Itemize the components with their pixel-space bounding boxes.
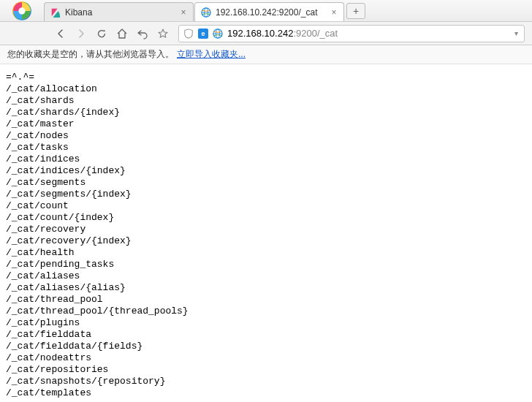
back-button[interactable] bbox=[51, 25, 70, 42]
address-path: :9200/_cat bbox=[293, 28, 338, 39]
undo-icon bbox=[137, 28, 148, 39]
close-icon[interactable]: × bbox=[178, 7, 189, 18]
app-icon-wrap bbox=[0, 0, 44, 21]
star-button[interactable] bbox=[153, 25, 172, 42]
ie-mode-icon: e bbox=[198, 29, 208, 39]
svg-point-1 bbox=[18, 7, 25, 14]
tab-kibana[interactable]: Kibana × bbox=[44, 2, 194, 21]
response-body: =^.^= /_cat/allocation /_cat/shards /_ca… bbox=[0, 64, 532, 402]
tab-title: 192.168.10.242:9200/_cat bbox=[216, 7, 324, 18]
address-bar[interactable]: e 192.168.10.242:9200/_cat ▾ bbox=[178, 25, 525, 42]
star-icon bbox=[157, 28, 169, 39]
chevron-right-icon bbox=[75, 28, 87, 39]
import-bookmarks-link[interactable]: 立即导入收藏夹... bbox=[177, 48, 246, 61]
undo-button[interactable] bbox=[133, 25, 152, 42]
address-dropdown-icon[interactable]: ▾ bbox=[513, 29, 520, 37]
site-favicon-icon bbox=[213, 29, 223, 39]
address-text: 192.168.10.242:9200/_cat bbox=[227, 28, 509, 39]
reload-icon bbox=[96, 28, 107, 39]
tab-title: Kibana bbox=[65, 7, 174, 18]
tab-cat-api[interactable]: 192.168.10.242:9200/_cat × bbox=[194, 2, 344, 21]
bookmarks-bar: 您的收藏夹是空的，请从其他浏览器导入。 立即导入收藏夹... bbox=[0, 45, 532, 64]
home-button[interactable] bbox=[113, 25, 132, 42]
globe-favicon-icon bbox=[201, 7, 211, 18]
kibana-favicon-icon bbox=[50, 7, 61, 18]
new-tab-button[interactable]: + bbox=[346, 3, 365, 19]
browser-app-icon bbox=[12, 1, 32, 21]
chevron-left-icon bbox=[55, 28, 66, 39]
reload-button[interactable] bbox=[92, 25, 111, 42]
nav-toolbar: e 192.168.10.242:9200/_cat ▾ bbox=[0, 22, 532, 45]
bookmarks-empty-text: 您的收藏夹是空的，请从其他浏览器导入。 bbox=[7, 48, 174, 61]
titlebar: Kibana × 192.168.10.242:9200/_cat × + bbox=[0, 0, 532, 22]
close-icon[interactable]: × bbox=[329, 7, 339, 18]
home-icon bbox=[116, 28, 128, 39]
forward-button[interactable] bbox=[72, 25, 91, 42]
shield-icon bbox=[183, 29, 194, 39]
tab-strip: Kibana × 192.168.10.242:9200/_cat × + bbox=[44, 0, 532, 21]
address-host: 192.168.10.242 bbox=[227, 28, 293, 39]
